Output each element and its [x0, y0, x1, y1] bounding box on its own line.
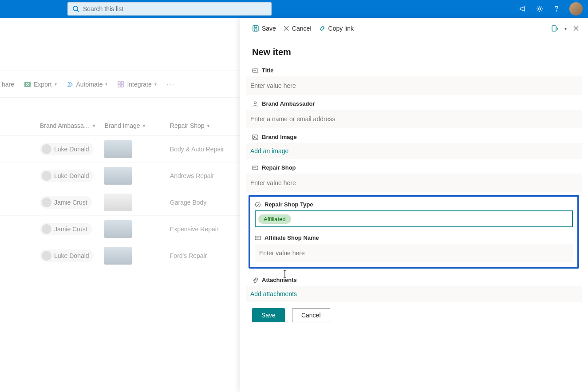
search-input[interactable]: Search this list	[67, 2, 272, 16]
chevron-down-icon: ▾	[207, 123, 209, 128]
svg-point-2	[539, 8, 541, 10]
col-ambassador[interactable]: Brand Ambassa… ▾	[40, 122, 104, 129]
excel-icon	[24, 81, 31, 88]
panel-copylink-label: Copy link	[328, 25, 354, 32]
automate-button[interactable]: Automate ▾	[65, 81, 110, 88]
panel-buttons: Save Cancel	[240, 302, 588, 329]
table-row[interactable]: Jamie Crust Expensive Repair	[0, 216, 240, 242]
col-image-label: Brand Image	[104, 122, 140, 129]
help-icon[interactable]	[552, 5, 560, 13]
cell-ambassador: Jamie Crust	[54, 226, 87, 233]
svg-rect-6	[121, 82, 123, 84]
megaphone-icon[interactable]	[519, 5, 527, 13]
panel-save-button[interactable]: Save	[252, 25, 276, 32]
chevron-down-icon: ▾	[105, 82, 107, 87]
field-attachments-label: Attachments	[262, 277, 297, 283]
text-field-icon	[252, 165, 258, 171]
cell-shop: Garage Body	[170, 199, 240, 206]
column-headers: Brand Ambassa… ▾ Brand Image ▾ Repair Sh…	[0, 98, 240, 136]
panel-cancel-label: Cancel	[292, 25, 312, 32]
field-image-label: Brand Image	[262, 134, 297, 140]
table-row[interactable]: Jamie Crust Garage Body	[0, 189, 240, 216]
field-repair-shop-type: Repair Shop Type Affiliated	[255, 198, 573, 227]
svg-point-0	[73, 6, 78, 11]
search-placeholder: Search this list	[83, 5, 123, 12]
integrate-label: Integrate	[127, 81, 151, 88]
export-label: Export	[34, 81, 51, 88]
svg-point-3	[556, 11, 556, 11]
person-icon	[252, 101, 258, 107]
cell-ambassador: Luke Donald	[54, 172, 89, 179]
title-input[interactable]	[246, 76, 582, 95]
cell-ambassador: Luke Donald	[54, 252, 89, 259]
svg-rect-7	[118, 85, 120, 87]
table-row[interactable]: Luke Donald Body & Auto Repair	[0, 136, 240, 162]
gear-icon[interactable]	[536, 5, 544, 13]
panel-fields: Title Brand Ambassador Brand Image Add a…	[240, 62, 588, 302]
person-icon	[42, 198, 51, 207]
chevron-down-icon: ▾	[55, 82, 57, 87]
field-title-label: Title	[262, 67, 274, 74]
chevron-down-icon: ▾	[143, 123, 145, 128]
save-icon	[252, 25, 259, 32]
chevron-down-icon: ▾	[154, 82, 157, 87]
svg-rect-5	[118, 82, 120, 84]
person-icon	[42, 144, 51, 154]
repair-shop-input[interactable]	[246, 174, 582, 192]
add-image-link[interactable]: Add an image	[246, 143, 582, 159]
cell-shop: Ford's Repair	[170, 252, 240, 259]
field-ambassador-label: Brand Ambassador	[262, 100, 315, 107]
attachment-icon	[252, 277, 258, 283]
save-button[interactable]: Save	[252, 308, 285, 322]
svg-rect-11	[254, 29, 257, 31]
panel-save-label: Save	[262, 25, 276, 32]
topbar-right	[519, 2, 583, 16]
field-attachments: Attachments Add attachments	[246, 271, 582, 302]
col-image[interactable]: Brand Image ▾	[104, 122, 170, 129]
export-button[interactable]: Export ▾	[22, 81, 58, 88]
cancel-button[interactable]: Cancel	[292, 308, 330, 322]
table-row[interactable]: Luke Donald Ford's Repair	[0, 242, 240, 269]
cell-shop: Body & Auto Repair	[170, 146, 240, 153]
integrate-button[interactable]: Integrate ▾	[115, 81, 158, 88]
image-thumbnail	[104, 194, 132, 211]
svg-rect-14	[552, 26, 556, 31]
image-thumbnail	[104, 247, 132, 265]
repair-shop-type-select[interactable]: Affiliated	[255, 210, 573, 227]
new-item-panel: Save Cancel Copy link ▾ New item Title	[240, 18, 588, 392]
form-icon	[551, 25, 558, 32]
chevron-down-icon: ▾	[93, 123, 95, 128]
affiliate-name-input[interactable]	[255, 244, 573, 262]
panel-copylink-button[interactable]: Copy link	[319, 25, 354, 32]
search-icon	[72, 5, 79, 12]
image-icon	[252, 134, 258, 140]
add-attachments-link[interactable]: Add attachments	[246, 286, 582, 302]
svg-line-1	[77, 10, 79, 12]
svg-rect-9	[253, 26, 258, 31]
cell-shop: Andrews Repair	[170, 172, 240, 179]
share-button[interactable]: hare	[0, 81, 16, 88]
text-field-icon	[255, 235, 261, 241]
field-repair-shop: Repair Shop	[246, 159, 582, 192]
col-shop[interactable]: Repair Shop ▾	[170, 122, 240, 129]
field-affiliate-label: Affiliate Shop Name	[264, 234, 319, 241]
table-row[interactable]: Luke Donald Andrews Repair	[0, 162, 240, 189]
field-title: Title	[246, 62, 582, 95]
panel-cancel-button[interactable]: Cancel	[283, 25, 312, 32]
choice-value: Affiliated	[258, 214, 291, 224]
col-shop-label: Repair Shop	[170, 122, 205, 129]
svg-point-19	[254, 102, 257, 104]
choice-icon	[255, 202, 261, 208]
more-button[interactable]: ···	[165, 80, 177, 88]
form-edit-button[interactable]	[551, 25, 558, 32]
list-rows: Luke Donald Body & Auto Repair Luke Dona…	[0, 136, 240, 269]
avatar[interactable]	[569, 2, 583, 16]
chevron-down-icon[interactable]: ▾	[564, 26, 567, 31]
close-panel-button[interactable]	[573, 25, 579, 32]
flow-icon	[67, 81, 74, 88]
image-thumbnail	[104, 167, 132, 185]
svg-point-21	[254, 136, 255, 137]
cell-ambassador: Jamie Crust	[54, 199, 87, 206]
ambassador-input[interactable]	[246, 110, 582, 128]
field-ambassador: Brand Ambassador	[246, 95, 582, 128]
